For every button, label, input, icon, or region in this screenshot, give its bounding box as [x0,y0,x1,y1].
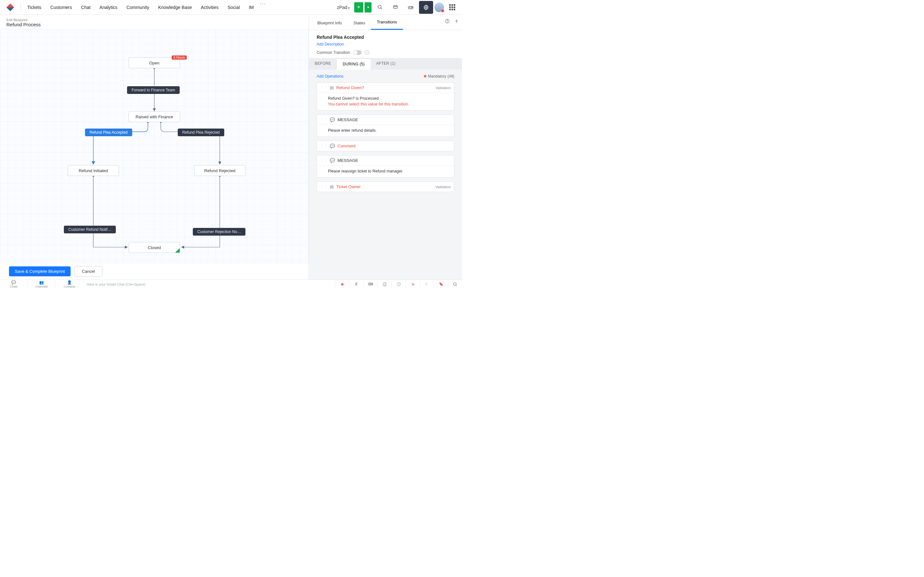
nav-chat[interactable]: Chat [78,0,95,15]
transition-plea-accepted[interactable]: Refund Plea Accepted [85,129,132,136]
record-icon[interactable]: ◉ [335,280,349,289]
clock-icon[interactable]: 🕑 [391,280,405,289]
bottom-tab-channels[interactable]: 👥Channels [28,279,56,289]
nav-items: Tickets Customers Chat Analytics Communi… [23,0,267,15]
bookmark-icon[interactable]: 🔖 [434,280,448,289]
operation-message: Please enter refund details. [328,128,450,133]
tab-blueprint-info[interactable]: Blueprint Info [312,16,348,30]
smart-chat-hint[interactable]: Here is your Smart Chat (Ctrl+Space) [83,282,335,286]
subtab-after[interactable]: AFTER (1) [371,58,401,69]
state-rejected[interactable]: Refund Rejected [194,165,246,176]
nav-community[interactable]: Community [123,0,153,15]
operation-error: You cannot select this value for this tr… [328,102,450,106]
tab-transitions[interactable]: Transitions [371,15,403,30]
mandatory-toggle[interactable]: ✱ Mandatory (All) [423,74,454,79]
info-icon[interactable]: i [365,50,369,55]
mandatory-label: Mandatory [428,74,446,79]
state-label: Refund Rejected [204,168,236,173]
app-logo-icon[interactable] [6,3,14,11]
pin-icon[interactable] [454,19,459,25]
nav-tickets[interactable]: Tickets [23,0,45,15]
state-label: Open [149,61,160,65]
svg-line-24 [456,285,457,285]
operation-message: Please reassign ticket to Refund manager… [328,169,450,173]
save-button[interactable]: Save & Complete Blueprint [9,266,71,276]
top-nav: Tickets Customers Chat Analytics Communi… [0,0,462,15]
darkmode-icon[interactable]: ☾ [420,280,434,289]
blueprint-name: Refund Process [6,22,302,27]
transition-plea-rejected[interactable]: Refund Plea Rejected [178,129,224,136]
subtab-during[interactable]: DURING (5) [337,58,370,69]
search-bottom-icon[interactable] [448,280,462,289]
workspace-switcher[interactable]: zPad [334,5,353,10]
operation-title[interactable]: Ticket Owner [336,184,433,189]
state-open[interactable]: Open 6 Hours [129,57,180,68]
global-add-caret[interactable]: ▼ [365,2,372,13]
form-icon: ▤ [330,85,334,90]
svg-point-5 [411,7,412,8]
user-avatar[interactable] [435,3,444,12]
tab-states[interactable]: States [348,16,371,30]
panel-tabs: Blueprint Info States Transitions [309,15,462,30]
subtab-before[interactable]: BEFORE [309,58,337,69]
edit-blueprint-label: Edit Blueprint [6,18,302,22]
state-label: Raised with Finance [136,114,173,119]
clipboard-icon[interactable]: 📋 [377,280,391,289]
divider [21,3,21,12]
state-closed[interactable]: Closed [129,242,180,253]
bottom-tab-contacts[interactable]: 👤Contacts [55,279,83,289]
nav-knowledge-base[interactable]: Knowledge Base [154,0,196,15]
global-add-button[interactable]: + [354,2,363,13]
nav-analytics[interactable]: Analytics [95,0,121,15]
operation-tag: Validation [436,185,451,189]
zia-icon[interactable]: Ƶ [349,280,363,289]
nav-more-icon[interactable]: ⋯ [259,0,267,15]
search-icon[interactable] [373,1,387,14]
transition-customer-notified[interactable]: Customer Refund Notif… [64,226,116,234]
export-icon[interactable]: ⇲ [405,280,420,289]
form-icon: ▤ [330,184,334,189]
settings-icon[interactable] [419,1,433,14]
notifications-icon[interactable] [388,1,402,14]
operation-title[interactable]: MESSAGE [338,158,451,163]
transition-title: Refund Plea Accepted [317,35,454,40]
drag-handle-icon[interactable]: ⋮⋮ [320,185,327,189]
operation-tag: Validation [436,86,451,90]
flow-canvas[interactable]: Open 6 Hours Forward to Finance Team Rai… [0,29,309,263]
bottom-bar: 💬Chats 👥Channels 👤Contacts Here is your … [0,279,462,288]
operation-title[interactable]: Comment [338,143,451,148]
chat-icon: 💬 [330,143,335,148]
nav-im[interactable]: IM [245,0,258,15]
svg-point-9 [425,6,427,8]
transition-forward[interactable]: Forward to Finance Team [127,86,180,94]
transition-customer-rejection-notified[interactable]: Customer Rejection No… [193,228,246,235]
gamification-icon[interactable] [404,1,418,14]
chat-icon: 💬 [330,158,335,163]
side-panel: Blueprint Info States Transitions Refund… [309,15,462,279]
cancel-button[interactable]: Cancel [74,266,102,277]
chat-icon: 💬 [330,117,335,122]
drag-handle-icon[interactable]: ⋮⋮ [320,118,327,122]
operation-title[interactable]: Refund Given? [336,85,433,90]
operation-card: ⋮⋮ 💬 Comment [317,141,454,151]
state-raised[interactable]: Raised with Finance [129,111,180,122]
drag-handle-icon[interactable]: ⋮⋮ [320,144,327,148]
nav-social[interactable]: Social [224,0,244,15]
operation-title[interactable]: MESSAGE [338,117,451,122]
apps-grid-icon[interactable] [445,1,459,14]
bottom-tab-chats[interactable]: 💬Chats [0,279,28,289]
drag-handle-icon[interactable]: ⋮⋮ [320,158,327,163]
drag-handle-icon[interactable]: ⋮⋮ [320,85,327,90]
add-operations-link[interactable]: Add Operations [317,74,343,79]
nav-activities[interactable]: Activities [197,0,222,15]
state-initiated[interactable]: Refund Initiated [68,165,119,176]
common-transition-toggle[interactable] [353,50,362,55]
mandatory-scope: (All) [447,74,454,79]
help-icon[interactable] [445,19,450,25]
add-description-link[interactable]: Add Description [317,42,344,47]
operation-card: ⋮⋮ ▤ Ticket Owner Validation [317,181,454,192]
subtabs: BEFORE DURING (5) AFTER (1) [309,58,462,69]
keyboard-icon[interactable]: ⌨ [363,280,377,289]
state-label: Closed [148,245,161,250]
nav-customers[interactable]: Customers [47,0,76,15]
